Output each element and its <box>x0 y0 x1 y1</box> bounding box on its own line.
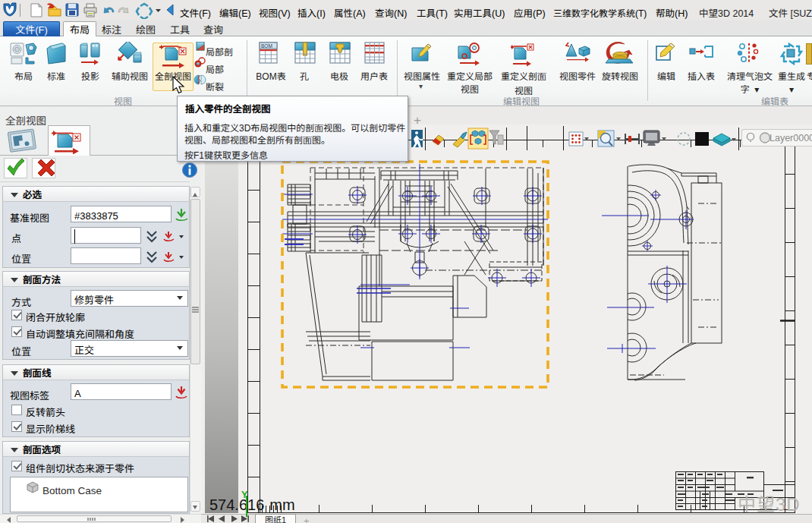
svg-text:BOM: BOM <box>261 43 272 49</box>
